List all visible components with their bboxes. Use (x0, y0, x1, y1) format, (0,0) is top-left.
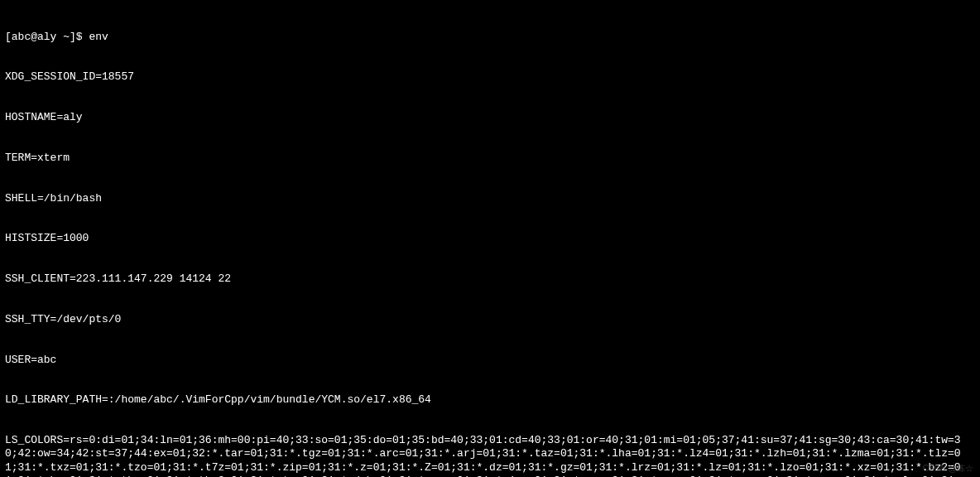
output-line: TERM=xterm (5, 152, 965, 165)
shell-prompt: [abc@aly ~]$ (5, 31, 89, 43)
watermark-text: CSDN @陈☆ (923, 464, 973, 475)
terminal-area[interactable]: [abc@aly ~]$ env XDG_SESSION_ID=18557 HO… (0, 0, 970, 477)
output-line: USER=abc (5, 354, 965, 367)
output-line: SHELL=/bin/bash (5, 192, 965, 205)
output-line: HISTSIZE=1000 (5, 232, 965, 245)
command-text: env (89, 31, 108, 43)
output-line: LD_LIBRARY_PATH=:/home/abc/.VimForCpp/vi… (5, 393, 965, 407)
output-line: SSH_TTY=/dev/pts/0 (5, 313, 965, 326)
output-line: LS_COLORS=rs=0:di=01;34:ln=01;36:mh=00:p… (5, 434, 965, 477)
output-line: HOSTNAME=aly (5, 111, 965, 124)
output-line: XDG_SESSION_ID=18557 (5, 70, 965, 84)
output-line: SSH_CLIENT=223.111.147.229 14124 22 (5, 272, 965, 286)
prompt-line: [abc@aly ~]$ env (5, 31, 965, 44)
